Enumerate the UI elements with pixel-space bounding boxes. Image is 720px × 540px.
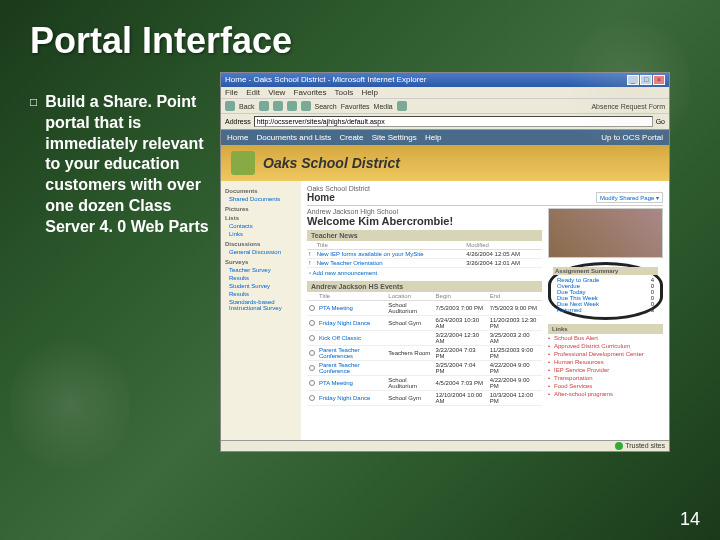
subsite-crumb: Andrew Jackson High School	[307, 208, 542, 215]
table-row: PTA MeetingSchool Auditorium4/5/2004 7:0…	[307, 376, 542, 391]
nav-help[interactable]: Help	[425, 133, 441, 142]
events-header: Andrew Jackson HS Events	[307, 281, 542, 292]
media-button[interactable]: Media	[374, 103, 393, 110]
assign-row: Returned3	[557, 307, 654, 313]
menu-favorites[interactable]: Favorites	[294, 88, 327, 97]
assignment-header: Assignment Summary	[553, 267, 658, 275]
leftnav-lists-hdr: Lists	[225, 215, 297, 221]
leftnav-documents-hdr: Documents	[225, 188, 297, 194]
recur-icon	[309, 320, 315, 326]
link-item[interactable]: Professional Development Center	[548, 350, 663, 358]
col-end: End	[488, 292, 542, 301]
links-header: Links	[548, 324, 663, 334]
page-title: Home Modify Shared Page ▾	[307, 192, 663, 206]
recur-icon	[309, 350, 315, 356]
table-row: Friday Night DanceSchool Gym12/10/2004 1…	[307, 391, 542, 406]
teacher-news-header: Teacher News	[307, 230, 542, 241]
breadcrumb: Oaks School District	[307, 185, 663, 192]
menu-edit[interactable]: Edit	[246, 88, 260, 97]
link-item[interactable]: After-school programs	[548, 390, 663, 398]
status-bar: Trusted sites	[221, 440, 669, 451]
welcome-message: Welcome Kim Abercrombie!	[307, 215, 542, 227]
leftnav-standards[interactable]: Standards-based Instructional Survey	[225, 298, 297, 312]
site-logo-icon	[231, 151, 255, 175]
news-table: TitleModified !New IEP forms available o…	[307, 241, 542, 268]
address-label: Address	[225, 118, 251, 125]
col-location: Location	[386, 292, 433, 301]
leftnav-pictures-hdr: Pictures	[225, 206, 297, 212]
link-item[interactable]: Human Resources	[548, 358, 663, 366]
leftnav-contacts[interactable]: Contacts	[225, 222, 297, 230]
bg-decoration	[10, 330, 130, 480]
back-icon[interactable]	[225, 101, 235, 111]
link-item[interactable]: Food Services	[548, 382, 663, 390]
nav-create[interactable]: Create	[340, 133, 364, 142]
nav-settings[interactable]: Site Settings	[372, 133, 417, 142]
table-row: Friday Night DanceSchool Gym6/24/2003 10…	[307, 316, 542, 331]
menu-view[interactable]: View	[268, 88, 285, 97]
search-button[interactable]: Search	[315, 103, 337, 110]
leftnav-surveys-hdr: Surveys	[225, 259, 297, 265]
left-nav: Documents Shared Documents Pictures List…	[221, 181, 301, 440]
refresh-icon[interactable]	[287, 101, 297, 111]
events-table: TitleLocationBeginEnd PTA MeetingSchool …	[307, 292, 542, 406]
leftnav-results2[interactable]: Results	[225, 290, 297, 298]
table-row: Kick Off Classic3/22/2004 12:30 AM3/25/2…	[307, 331, 542, 346]
window-title: Home - Oaks School District - Microsoft …	[225, 75, 426, 85]
menu-tools[interactable]: Tools	[335, 88, 354, 97]
trusted-icon	[615, 442, 623, 450]
recur-icon	[309, 335, 315, 341]
right-column: Assignment Summary Ready to Grade4 Overd…	[548, 208, 663, 406]
recur-icon	[309, 365, 315, 371]
leftnav-results[interactable]: Results	[225, 274, 297, 282]
link-item[interactable]: Transportation	[548, 374, 663, 382]
stop-icon[interactable]	[273, 101, 283, 111]
nav-home[interactable]: Home	[227, 133, 248, 142]
leftnav-student-survey[interactable]: Student Survey	[225, 282, 297, 290]
history-icon[interactable]	[397, 101, 407, 111]
status-text: Trusted sites	[625, 442, 665, 449]
main-content: Oaks School District Home Modify Shared …	[301, 181, 669, 440]
back-button[interactable]: Back	[239, 103, 255, 110]
recur-icon	[309, 395, 315, 401]
home-label: Home	[307, 192, 335, 203]
leftnav-links[interactable]: Links	[225, 230, 297, 238]
slide-number: 14	[680, 509, 700, 530]
link-item[interactable]: IEP Service Provider	[548, 366, 663, 374]
table-row: !New Teacher Orientation3/26/2004 12:01 …	[307, 259, 542, 268]
table-row: !New IEP forms available on your MySite4…	[307, 250, 542, 259]
col-modified: Modified	[464, 241, 542, 250]
leftnav-general[interactable]: General Discussion	[225, 248, 297, 256]
leftnav-teacher-survey[interactable]: Teacher Survey	[225, 266, 297, 274]
link-item[interactable]: Approved District Curriculum	[548, 342, 663, 350]
bg-decoration	[570, 10, 690, 160]
favorites-button[interactable]: Favorites	[341, 103, 370, 110]
col-begin: Begin	[434, 292, 488, 301]
nav-docs[interactable]: Documents and Lists	[257, 133, 332, 142]
add-announcement-link[interactable]: ▫ Add new announcement	[307, 268, 542, 278]
table-row: PTA MeetingSchool Auditorium7/5/2003 7:0…	[307, 301, 542, 316]
leftnav-discussions-hdr: Discussions	[225, 241, 297, 247]
modify-page-button[interactable]: Modify Shared Page ▾	[596, 192, 663, 203]
home-icon[interactable]	[301, 101, 311, 111]
forward-icon[interactable]	[259, 101, 269, 111]
recur-icon	[309, 380, 315, 386]
link-item[interactable]: School Bus Alert	[548, 334, 663, 342]
feature-image	[548, 208, 663, 258]
menu-file[interactable]: File	[225, 88, 238, 97]
table-row: Parent Teacher ConferencesTeachers Room3…	[307, 346, 542, 361]
menu-help[interactable]: Help	[362, 88, 378, 97]
col-ev-title: Title	[317, 292, 386, 301]
assignment-summary-webpart: Assignment Summary Ready to Grade4 Overd…	[548, 262, 663, 320]
table-row: Parent Teacher Conference3/25/2004 7:04 …	[307, 361, 542, 376]
recur-icon	[309, 305, 315, 311]
col-title: Title	[315, 241, 465, 250]
site-title: Oaks School District	[263, 155, 400, 171]
leftnav-shared[interactable]: Shared Documents	[225, 195, 297, 203]
